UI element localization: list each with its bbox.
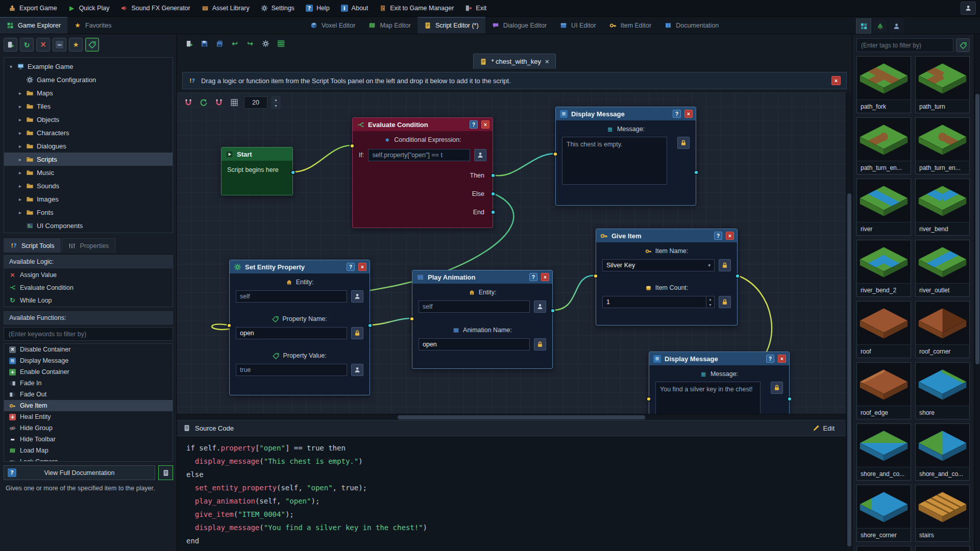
tree-item-example-game[interactable]: ▾Example Game — [4, 60, 173, 73]
tab-item-editor[interactable]: Item Editor — [603, 17, 658, 34]
save-button[interactable] — [198, 37, 211, 50]
tree-item-objects[interactable]: ▸Objects — [4, 113, 173, 126]
redo-button[interactable]: ↪ — [243, 37, 257, 50]
asset-tab-tiles[interactable] — [856, 18, 871, 34]
tree-item-characters[interactable]: ▸Characters — [4, 126, 173, 139]
tree-arrow-icon[interactable]: ▸ — [17, 170, 23, 176]
tree-item-dialogues[interactable]: ▸Dialogues — [4, 139, 173, 153]
tab-favorites[interactable]: ★Favorites — [67, 17, 118, 34]
magnet-button[interactable] — [183, 97, 194, 108]
tile-path-turn-en[interactable]: path_turn_en... — [915, 117, 970, 174]
logic-item-evaluate-condition[interactable]: Evaluate Condition — [4, 281, 173, 294]
tile-river-outlet[interactable]: river_outlet — [915, 240, 970, 297]
node-titlebar[interactable]: Give Item ? × — [596, 229, 737, 242]
tree-arrow-icon[interactable]: ▸ — [17, 130, 23, 136]
property-value-input[interactable] — [236, 364, 347, 376]
scrollbar-thumb[interactable] — [398, 415, 645, 419]
output-port[interactable] — [290, 170, 296, 175]
file-tab-close-icon[interactable]: × — [545, 58, 549, 65]
output-port[interactable] — [550, 308, 555, 313]
view-documentation-button[interactable]: ? View Full Documentation — [4, 465, 155, 480]
node-start[interactable]: Start Script begins here — [221, 147, 293, 195]
tile-river-bend[interactable]: river_bend — [915, 179, 970, 236]
tile-river-bend-2[interactable]: river_bend_2 — [856, 240, 911, 297]
favorite-button[interactable]: ★ — [69, 38, 83, 52]
menu-item-help[interactable]: ?Help — [300, 0, 335, 16]
entity-input[interactable] — [419, 300, 530, 313]
node-help-button[interactable]: ? — [529, 273, 537, 281]
node-help-button[interactable]: ? — [470, 120, 478, 129]
new-script-button[interactable] — [182, 37, 195, 50]
menu-item-export-game[interactable]: Export Game — [3, 0, 63, 16]
undo-button[interactable]: ↩ — [228, 37, 241, 50]
menu-item-exit[interactable]: Exit — [459, 0, 492, 16]
tree-item-images[interactable]: ▸Images — [4, 192, 173, 206]
node-titlebar[interactable]: ≡ Display Message ? × — [649, 352, 789, 365]
menu-item-exit-to-game-manager[interactable]: Exit to Game Manager — [374, 0, 459, 16]
lock-button[interactable] — [771, 382, 783, 394]
tile-path-fork[interactable]: path_fork — [856, 56, 911, 113]
tree-arrow-icon[interactable]: ▸ — [17, 183, 23, 189]
input-port[interactable] — [350, 143, 355, 148]
menu-item-settings[interactable]: Settings — [255, 0, 300, 16]
function-item-lock-camera[interactable]: Lock Camera — [4, 456, 173, 462]
lock-button[interactable] — [534, 338, 546, 350]
tab-map-editor[interactable]: Map Editor — [362, 17, 417, 34]
function-item-give-item[interactable]: Give Item — [4, 400, 173, 411]
stepper-up-button[interactable]: ▲ — [706, 296, 714, 302]
script-settings-button[interactable] — [259, 37, 272, 50]
node-set-entity-property[interactable]: Set Entity Property ? × Entity: — [229, 260, 370, 395]
function-item-fade-in[interactable]: Fade In — [4, 378, 173, 389]
collapse-all-button[interactable]: − — [53, 38, 66, 52]
save-all-button[interactable] — [213, 37, 226, 50]
node-give-item[interactable]: Give Item ? × Item Name: — [596, 229, 738, 325]
functions-filter-input[interactable] — [4, 327, 173, 341]
property-name-input[interactable] — [236, 327, 347, 339]
node-close-button[interactable]: × — [481, 120, 489, 129]
tree-item-maps[interactable]: ▸Maps — [4, 86, 173, 99]
input-port[interactable] — [646, 396, 651, 402]
item-name-select[interactable]: Silver Key ▾ — [602, 259, 715, 271]
animation-name-input[interactable] — [419, 338, 530, 350]
node-evaluate-condition[interactable]: Evaluate Condition ? × ◆ Conditional Exp… — [352, 117, 493, 228]
tab-properties[interactable]: Properties — [62, 238, 115, 253]
function-item-fade-out[interactable]: Fade Out — [4, 389, 173, 400]
item-count-input[interactable] — [602, 296, 715, 308]
stepper-down-button[interactable]: ▼ — [706, 302, 714, 308]
entity-input[interactable] — [236, 290, 347, 303]
snap-button[interactable] — [213, 97, 225, 108]
tree-item-fonts[interactable]: ▸Fonts — [4, 206, 173, 219]
node-help-button[interactable]: ? — [766, 355, 774, 363]
node-close-button[interactable]: × — [778, 355, 786, 363]
node-display-message-2[interactable]: ≡ Display Message ? × ≡ Message: You — [649, 352, 790, 414]
tab-script-tools[interactable]: !?Script Tools — [4, 238, 61, 253]
reset-view-button[interactable] — [198, 97, 209, 108]
tab-game-explorer[interactable]: Game Explorer — [0, 17, 67, 34]
tile-shore-corner[interactable]: shore_corner — [856, 485, 911, 542]
function-item-display-message[interactable]: ≡Display Message — [4, 355, 173, 366]
tile-stairs[interactable]: stairs — [915, 485, 970, 542]
delete-button[interactable]: × — [36, 38, 50, 52]
function-item-hide-toolbar[interactable]: ▬Hide Toolbar — [4, 434, 173, 445]
grid-size-up-button[interactable]: ▲ — [272, 96, 280, 103]
node-close-button[interactable]: × — [541, 273, 549, 281]
tab-ui-editor[interactable]: UI Editor — [553, 17, 603, 34]
message-textarea[interactable]: You find a silver key in the chest! — [655, 382, 761, 414]
node-titlebar[interactable]: Start — [222, 147, 292, 161]
function-item-load-map[interactable]: Load Map — [4, 445, 173, 456]
else-output-port[interactable] — [491, 191, 496, 196]
node-canvas[interactable]: 20 ▲ ▼ — [177, 92, 846, 414]
entity-picker-button[interactable] — [351, 290, 363, 303]
tree-arrow-icon[interactable]: ▸ — [17, 157, 23, 162]
function-item-hide-group[interactable]: Hide Group — [4, 422, 173, 434]
tile-shore-and-co[interactable]: shore_and_co... — [856, 423, 911, 481]
lock-button[interactable] — [719, 259, 731, 271]
function-item-enable-container[interactable]: +Enable Container — [4, 366, 173, 378]
add-button[interactable] — [4, 38, 17, 52]
edit-source-button[interactable]: Edit — [807, 423, 840, 434]
menu-item-about[interactable]: iAbout — [335, 0, 374, 16]
asset-tab-objects[interactable] — [872, 18, 888, 34]
scrollbar-thumb[interactable] — [847, 193, 851, 546]
tag-filter-button[interactable] — [956, 38, 970, 52]
node-help-button[interactable]: ? — [714, 232, 722, 240]
